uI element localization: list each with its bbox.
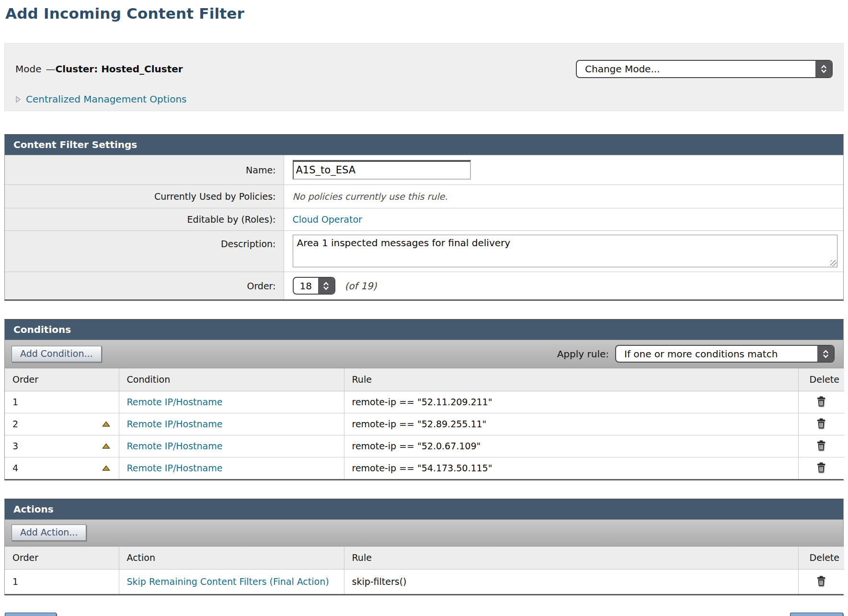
trash-icon[interactable]	[816, 575, 826, 587]
action-row: 1 Skip Remaining Content Filters (Final …	[5, 570, 844, 594]
trash-icon[interactable]	[816, 396, 826, 407]
action-rule: skip-filters()	[352, 576, 407, 587]
conditions-col-order: Order	[5, 368, 119, 391]
conditions-panel-header: Conditions	[5, 320, 843, 340]
condition-row: 3 Remote IP/Hostname remote-ip == "52.0.…	[5, 435, 844, 457]
conditions-panel: Conditions Add Condition... Apply rule: …	[4, 319, 844, 480]
actions-col-delete: Delete	[798, 547, 844, 570]
actions-col-rule: Rule	[344, 547, 798, 570]
apply-rule-label: Apply rule:	[557, 348, 609, 360]
policies-value: No policies currently use this rule.	[293, 191, 448, 202]
mode-label: Mode	[15, 63, 42, 75]
condition-order: 3	[12, 441, 18, 451]
change-mode-select-value: Change Mode...	[577, 61, 815, 77]
condition-link[interactable]: Remote IP/Hostname	[127, 419, 223, 429]
condition-rule: remote-ip == "54.173.50.115"	[352, 463, 493, 473]
condition-link[interactable]: Remote IP/Hostname	[127, 441, 223, 451]
condition-rule: remote-ip == "52.89.255.11"	[352, 419, 487, 429]
trash-icon[interactable]	[816, 462, 826, 473]
settings-row-name: Name:	[5, 155, 843, 185]
name-label: Name:	[5, 155, 284, 185]
order-select-value: 18	[294, 278, 318, 294]
settings-row-order: Order: 18 (of 19)	[5, 272, 843, 300]
condition-order: 2	[12, 419, 18, 429]
roles-label: Editable by (Roles):	[5, 208, 284, 231]
page-title: Add Incoming Content Filter	[5, 5, 844, 22]
action-order: 1	[12, 576, 18, 587]
condition-row: 4 Remote IP/Hostname remote-ip == "54.17…	[5, 457, 844, 479]
mode-dash: —	[46, 63, 56, 75]
mode-text: Mode—Cluster: Hosted_Cluster	[15, 63, 183, 75]
actions-col-order: Order	[5, 547, 119, 570]
condition-order: 1	[12, 397, 18, 407]
condition-rule: remote-ip == "52.0.67.109"	[352, 441, 481, 451]
actions-panel: Actions Add Action... Order Action Rule …	[4, 499, 844, 595]
content-filter-settings-panel: Content Filter Settings Name: Currently …	[4, 134, 844, 301]
conditions-col-condition: Condition	[119, 368, 344, 391]
select-stepper-icon	[815, 61, 832, 77]
select-stepper-icon	[318, 278, 334, 294]
settings-row-policies: Currently Used by Policies: No policies …	[5, 185, 843, 208]
apply-rule-select-value: If one or more conditions match	[616, 346, 817, 362]
name-input[interactable]	[293, 160, 471, 180]
move-up-icon[interactable]	[102, 465, 110, 471]
condition-link[interactable]: Remote IP/Hostname	[127, 463, 223, 473]
cancel-button[interactable]: Cancel	[5, 613, 57, 616]
trash-icon[interactable]	[816, 440, 826, 451]
condition-order: 4	[12, 463, 18, 473]
trash-icon[interactable]	[816, 418, 826, 429]
disclosure-triangle-icon[interactable]	[15, 96, 21, 103]
condition-row: 1 Remote IP/Hostname remote-ip == "52.11…	[5, 391, 844, 413]
mode-panel: Mode—Cluster: Hosted_Cluster Change Mode…	[4, 43, 844, 111]
roles-value-link[interactable]: Cloud Operator	[293, 214, 362, 225]
submit-button[interactable]: Submit	[790, 613, 843, 616]
actions-panel-header: Actions	[5, 500, 843, 520]
add-condition-button[interactable]: Add Condition...	[11, 346, 102, 362]
change-mode-select[interactable]: Change Mode...	[576, 60, 833, 78]
policies-label: Currently Used by Policies:	[5, 185, 284, 208]
condition-rule: remote-ip == "52.11.209.211"	[352, 397, 493, 407]
conditions-col-delete: Delete	[798, 368, 844, 391]
centralized-management-options-link[interactable]: Centralized Management Options	[26, 93, 187, 105]
move-up-icon[interactable]	[102, 443, 110, 449]
condition-link[interactable]: Remote IP/Hostname	[127, 397, 223, 407]
description-label: Description:	[5, 231, 284, 272]
mode-cluster-value: Cluster: Hosted_Cluster	[56, 63, 183, 75]
settings-row-roles: Editable by (Roles): Cloud Operator	[5, 208, 843, 231]
order-select[interactable]: 18	[293, 277, 335, 295]
order-label: Order:	[5, 272, 284, 300]
order-total: (of 19)	[345, 280, 377, 292]
conditions-col-rule: Rule	[344, 368, 798, 391]
select-stepper-icon	[817, 346, 834, 362]
apply-rule-select[interactable]: If one or more conditions match	[615, 345, 835, 363]
condition-row: 2 Remote IP/Hostname remote-ip == "52.89…	[5, 413, 844, 435]
move-up-icon[interactable]	[102, 421, 110, 427]
action-link[interactable]: Skip Remaining Content Filters (Final Ac…	[127, 576, 329, 587]
add-action-button[interactable]: Add Action...	[11, 525, 86, 541]
settings-row-description: Description: Area 1 inspected messages f…	[5, 231, 843, 272]
settings-panel-header: Content Filter Settings	[5, 135, 843, 155]
actions-col-action: Action	[119, 547, 344, 570]
description-textarea[interactable]: Area 1 inspected messages for final deli…	[293, 235, 838, 267]
